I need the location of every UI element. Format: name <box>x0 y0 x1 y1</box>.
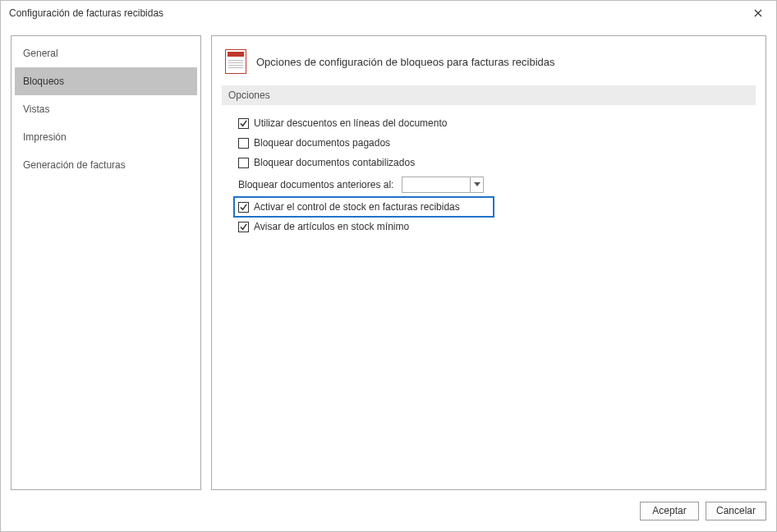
nav-item-bloqueos[interactable]: Bloqueos <box>15 67 197 95</box>
settings-panel: Opciones de configuración de bloqueos pa… <box>211 35 766 490</box>
nav-sidebar: General Bloqueos Vistas Impresión Genera… <box>11 35 201 490</box>
chevron-down-icon <box>474 182 480 187</box>
label-lock-paid: Bloquear documentos pagados <box>254 137 390 149</box>
nav-item-vistas[interactable]: Vistas <box>15 95 197 123</box>
titlebar: Configuración de facturas recibidas <box>1 1 776 25</box>
panel-title: Opciones de configuración de bloqueos pa… <box>256 56 555 68</box>
cancel-button[interactable]: Cancelar <box>706 502 766 521</box>
checkbox-stock-control[interactable] <box>238 202 249 213</box>
check-icon <box>239 203 248 212</box>
option-min-stock-warn: Avisar de artículos en stock mínimo <box>238 217 749 236</box>
panel-header: Opciones de configuración de bloqueos pa… <box>222 44 756 85</box>
date-picker-lock-before[interactable] <box>402 177 484 193</box>
label-min-stock-warn: Avisar de artículos en stock mínimo <box>254 221 409 232</box>
nav-item-generacion-facturas[interactable]: Generación de facturas <box>15 151 197 179</box>
nav-item-impresion[interactable]: Impresión <box>15 123 197 151</box>
close-button[interactable] <box>740 1 776 25</box>
option-use-discounts: Utilizar descuentos en líneas del docume… <box>238 113 749 133</box>
date-dropdown-button[interactable] <box>470 177 483 192</box>
highlight-stock-control: Activar el control de stock en facturas … <box>233 196 494 218</box>
dialog-footer: Aceptar Cancelar <box>1 495 776 531</box>
label-use-discounts: Utilizar descuentos en líneas del docume… <box>254 117 447 129</box>
checkbox-use-discounts[interactable] <box>238 118 249 129</box>
option-lock-posted: Bloquear documentos contabilizados <box>238 153 749 172</box>
label-lock-posted: Bloquear documentos contabilizados <box>254 157 415 168</box>
close-icon <box>754 9 762 17</box>
option-lock-paid: Bloquear documentos pagados <box>238 133 749 153</box>
document-icon <box>225 49 246 74</box>
nav-item-general[interactable]: General <box>15 39 197 67</box>
date-value <box>402 177 470 192</box>
checkbox-lock-paid[interactable] <box>238 138 249 149</box>
check-icon <box>239 119 248 128</box>
label-lock-before: Bloquear documentos anteriores al: <box>238 179 393 190</box>
option-stock-control: Activar el control de stock en facturas … <box>238 197 749 217</box>
window-title: Configuración de facturas recibidas <box>9 7 740 19</box>
check-icon <box>239 222 248 232</box>
checkbox-lock-posted[interactable] <box>238 158 249 168</box>
checkbox-min-stock-warn[interactable] <box>238 222 249 232</box>
section-header-opciones: Opciones <box>222 85 756 105</box>
options-group: Utilizar descuentos en líneas del docume… <box>222 105 756 236</box>
accept-button[interactable]: Aceptar <box>640 502 699 521</box>
option-lock-before-date: Bloquear documentos anteriores al: <box>238 174 749 195</box>
dialog-body: General Bloqueos Vistas Impresión Genera… <box>1 25 776 495</box>
label-stock-control: Activar el control de stock en facturas … <box>254 201 460 213</box>
